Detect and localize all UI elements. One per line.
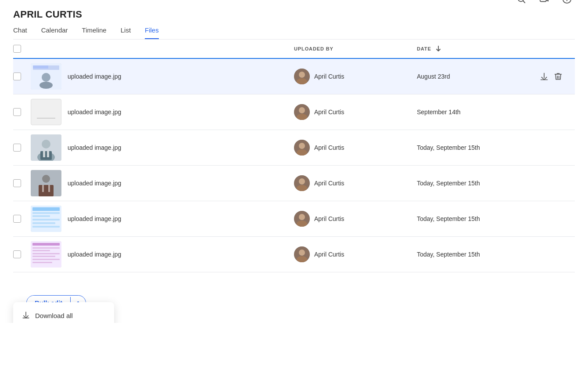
svg-rect-8 [33,65,48,69]
file-cell: uploaded image.jpg [31,99,294,125]
download-all-item[interactable]: Download all [13,306,114,323]
svg-point-54 [299,250,305,256]
svg-line-1 [523,1,525,3]
avatar [294,246,310,262]
download-icon[interactable] [540,72,549,81]
svg-rect-37 [32,212,60,214]
file-thumbnail [31,241,61,268]
date-cell: Today, September 15th [417,180,540,187]
svg-point-10 [39,82,53,89]
sort-arrow-icon[interactable] [436,45,441,52]
row-checkbox[interactable] [13,108,31,116]
uploader-cell: April Curtis [294,104,417,120]
file-thumbnail [31,63,61,90]
date-cell: September 14th [417,109,540,116]
tab-timeline[interactable]: Timeline [82,26,107,39]
svg-rect-21 [40,151,52,160]
file-name: uploaded image.jpg [68,144,121,151]
row-checkbox[interactable] [13,144,31,152]
row-checkbox[interactable] [13,215,31,223]
video-icon[interactable] [536,0,552,7]
table-row: uploaded image.jpg April Curtis Septembe… [13,94,575,130]
nav-tabs: Chat Calendar Timeline List Files [13,26,575,40]
row-checkbox[interactable] [13,72,31,80]
uploader-name: April Curtis [314,180,344,187]
svg-rect-2 [540,0,546,2]
file-name: uploaded image.jpg [68,109,121,116]
svg-rect-50 [32,256,55,257]
uploader-cell: April Curtis [294,175,417,191]
svg-point-28 [42,175,50,183]
svg-point-16 [299,107,305,113]
row-actions [540,72,575,81]
file-thumbnail [31,134,61,161]
avatar [294,104,310,120]
file-thumbnail [31,206,61,232]
svg-rect-31 [48,185,50,192]
uploader-cell: April Curtis [294,140,417,156]
svg-point-19 [42,140,50,148]
date-cell: Today, September 15th [417,215,540,222]
row-checkbox[interactable] [13,179,31,187]
svg-point-43 [299,214,305,220]
svg-rect-30 [42,185,44,192]
uploader-cell: April Curtis [294,211,417,227]
download-all-label: Download all [35,312,73,319]
svg-point-25 [299,143,305,149]
uploader-cell: April Curtis [294,69,417,84]
table-row: uploaded image.jpg April Curtis Today, S… [13,130,575,166]
col-date: DATE [417,45,540,52]
file-name: uploaded image.jpg [68,251,121,258]
table-row: uploaded image.jpg April Curtis Today, S… [13,237,575,272]
date-cell: August 23rd [417,73,540,80]
avatar [294,69,310,84]
file-cell: uploaded image.jpg [31,63,294,90]
svg-rect-46 [32,243,60,246]
svg-rect-47 [32,247,60,249]
row-checkbox[interactable] [13,250,31,258]
delete-icon[interactable] [554,72,563,81]
search-icon[interactable] [513,0,529,7]
file-cell: uploaded image.jpg [31,170,294,196]
file-thumbnail [31,99,61,125]
svg-rect-23 [47,151,49,157]
tab-chat[interactable]: Chat [13,26,27,39]
file-cell: uploaded image.jpg [31,206,294,232]
avatar [294,175,310,191]
svg-rect-39 [32,219,60,221]
svg-rect-41 [32,226,60,228]
header-icons [513,0,575,7]
date-cell: Today, September 15th [417,144,540,151]
uploader-name: April Curtis [314,144,344,151]
uploader-name: April Curtis [314,251,344,258]
svg-rect-36 [32,207,60,211]
header: APRIL CURTIS [0,0,588,40]
tab-files[interactable]: Files [145,26,159,39]
svg-rect-51 [32,259,60,260]
files-table: UPLOADED BY DATE [0,40,588,272]
file-cell: uploaded image.jpg [31,134,294,161]
tab-calendar[interactable]: Calendar [41,26,68,39]
header-checkbox[interactable] [13,45,31,53]
app-title: APRIL CURTIS [13,9,575,20]
svg-point-33 [299,178,305,184]
date-cell: Today, September 15th [417,251,540,258]
table-row: uploaded image.jpg April Curtis Today, S… [13,166,575,201]
uploader-name: April Curtis [314,109,344,116]
table-header-row: UPLOADED BY DATE [13,40,575,59]
info-icon[interactable] [559,0,575,7]
svg-rect-49 [32,253,60,254]
file-name: uploaded image.jpg [68,73,121,80]
download-all-icon [22,311,30,320]
bulk-edit-dropdown: Download all Delete all [13,302,114,323]
avatar [294,140,310,156]
table-row: uploaded image.jpg April Curtis August 2… [13,59,575,94]
svg-rect-48 [32,250,50,251]
file-cell: uploaded image.jpg [31,241,294,268]
svg-point-9 [42,73,50,82]
uploader-cell: April Curtis [294,246,417,262]
svg-rect-40 [32,222,55,224]
svg-rect-38 [32,215,50,217]
svg-rect-22 [43,151,45,157]
tab-list[interactable]: List [121,26,131,39]
